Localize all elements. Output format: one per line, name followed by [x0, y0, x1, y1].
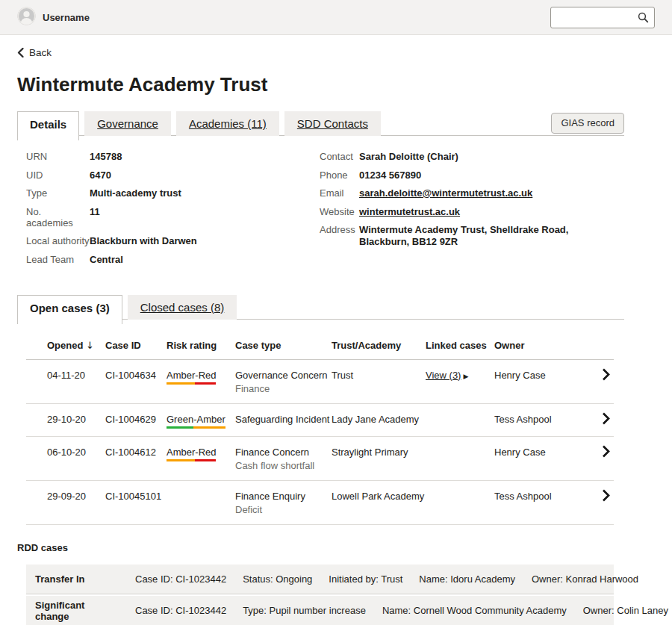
row-chevron-icon[interactable]: [582, 445, 614, 460]
triangle-right-icon[interactable]: ▶: [463, 373, 468, 380]
column-opened[interactable]: Opened ↓: [47, 340, 105, 351]
table-row[interactable]: 29-10-20 CI-1004629 Green-Amber Safeguar…: [26, 404, 614, 437]
contact-label: Contact: [320, 151, 359, 162]
page-title: Wintermute Academy Trust: [17, 73, 655, 96]
table-header-row: Opened ↓ Case ID Risk rating Case type T…: [26, 328, 614, 360]
case-type-cell: Finance Concern Cash flow shortfall: [235, 447, 332, 471]
no-academies-label: No. academies: [26, 206, 90, 228]
linked-cases-link[interactable]: View (3): [426, 370, 461, 381]
back-link[interactable]: Back: [17, 47, 52, 58]
lead-team-label: Lead Team: [26, 254, 90, 265]
trust-academy: Lowell Park Academy: [332, 491, 426, 502]
back-label: Back: [29, 47, 52, 58]
uid-value: 6470: [90, 170, 111, 181]
row-chevron-icon[interactable]: [582, 412, 614, 427]
risk-segment: Amber: [167, 370, 195, 385]
column-case-id: Case ID: [105, 340, 167, 351]
avatar-icon: [17, 7, 36, 28]
details-right-column: ContactSarah Deloitte (Chair) Phone01234…: [320, 151, 655, 272]
tab-closed-cases[interactable]: Closed cases (8): [128, 295, 237, 320]
rdd-case-row[interactable]: Transfer In Case ID: CI-1023442 Status: …: [26, 565, 614, 594]
case-type-cell: Safeguarding Incident: [235, 414, 332, 425]
rdd-cases-list: Transfer In Case ID: CI-1023442 Status: …: [26, 565, 614, 625]
rdd-case-owner: Owner: Colin Laney: [583, 605, 668, 616]
row-chevron-icon[interactable]: [582, 368, 614, 383]
rdd-cases-heading: RDD cases: [17, 542, 655, 553]
uid-label: UID: [26, 170, 90, 181]
case-id: CI-1004629: [105, 414, 167, 425]
open-cases-table: Opened ↓ Case ID Risk rating Case type T…: [26, 328, 614, 525]
search-icon[interactable]: [638, 12, 649, 26]
rdd-case-name: Name: Cornell Wood Community Academy: [382, 605, 567, 616]
rdd-case-row[interactable]: Significant change Case ID: CI-1023442 T…: [26, 596, 614, 625]
row-chevron-icon[interactable]: [582, 489, 614, 504]
rdd-case-title: Significant change: [35, 600, 119, 622]
risk-segment: Amber: [167, 447, 195, 461]
urn-label: URN: [26, 151, 90, 162]
rdd-case-type: Type: Pupil number increase: [243, 605, 366, 616]
table-row[interactable]: 29-09-20 CI-10045101 Finance Enquiry Def…: [26, 481, 614, 525]
local-authority-label: Local authority: [26, 235, 90, 246]
case-id: CI-1004612: [105, 447, 167, 458]
case-opened: 29-09-20: [47, 491, 105, 502]
urn-value: 145788: [90, 151, 122, 162]
address-value: Wintermute Academy Trust, Shelldrake Roa…: [359, 224, 583, 248]
tab-details[interactable]: Details: [17, 111, 79, 140]
sort-descending-icon: ↓: [86, 340, 94, 351]
case-type: Safeguarding Incident: [235, 414, 332, 425]
risk-segment: -Amber: [193, 414, 225, 429]
case-type: Finance Enquiry: [235, 491, 332, 502]
phone-value: 01234 567890: [359, 170, 421, 181]
username-label: Username: [43, 12, 90, 23]
details-left-column: URN145788 UID6470 TypeMulti-academy trus…: [26, 151, 320, 272]
email-label: Email: [320, 187, 359, 199]
website-label: Website: [320, 206, 359, 217]
rdd-case-title: Transfer In: [35, 573, 119, 585]
risk-segment: -Red: [195, 370, 216, 385]
email-link[interactable]: sarah.deloitte@wintermutetrust.ac.uk: [359, 187, 532, 199]
website-link[interactable]: wintermutetrust.ac.uk: [359, 206, 460, 217]
case-owner: Tess Ashpool: [494, 491, 582, 502]
main-tab-bar: Details Governance Academies (11) SDD Co…: [17, 111, 624, 136]
rdd-case-initiated-by: Initiated by: Trust: [329, 573, 402, 585]
table-row[interactable]: 06-10-20 CI-1004612 Amber-Red Finance Co…: [26, 437, 614, 481]
case-subtype: Finance: [235, 383, 332, 394]
case-id: CI-1004634: [105, 370, 167, 381]
case-opened: 04-11-20: [47, 370, 105, 381]
case-type-cell: Governance Concern Finance: [235, 370, 332, 394]
trust-academy: Lady Jane Academy: [332, 414, 426, 425]
case-opened: 29-10-20: [47, 414, 105, 425]
case-owner: Tess Ashpool: [494, 414, 582, 425]
no-academies-value: 11: [90, 206, 100, 228]
risk-rating-badge: Amber-Red: [167, 447, 235, 458]
linked-cases-cell: View (3)▶: [426, 370, 494, 382]
case-type-cell: Finance Enquiry Deficit: [235, 491, 332, 515]
gias-record-button[interactable]: GIAS record: [551, 113, 624, 134]
type-label: Type: [26, 187, 90, 199]
user-menu[interactable]: Username: [17, 7, 90, 28]
tab-governance[interactable]: Governance: [84, 111, 171, 136]
risk-rating-badge: Green-Amber: [167, 414, 235, 425]
tab-academies[interactable]: Academies (11): [176, 111, 279, 136]
top-bar: Username: [0, 0, 672, 35]
column-risk-rating: Risk rating: [167, 340, 235, 351]
tab-sdd-contacts[interactable]: SDD Contacts: [284, 111, 381, 136]
case-owner: Henry Case: [494, 447, 582, 458]
risk-segment: -Red: [195, 447, 216, 461]
search: [550, 7, 655, 28]
rdd-case-id: Case ID: CI-1023442: [135, 573, 226, 585]
tab-open-cases[interactable]: Open cases (3): [17, 295, 122, 324]
table-row[interactable]: 04-11-20 CI-1004634 Amber-Red Governance…: [26, 360, 614, 404]
column-owner: Owner: [494, 340, 582, 351]
address-label: Address: [320, 224, 359, 248]
case-subtype: Cash flow shortfall: [235, 460, 332, 471]
details-panel: URN145788 UID6470 TypeMulti-academy trus…: [26, 151, 655, 272]
type-value: Multi-academy trust: [90, 187, 181, 199]
back-chevron-icon: [17, 48, 24, 57]
trust-academy: Straylight Primary: [332, 447, 426, 458]
local-authority-value: Blackburn with Darwen: [90, 235, 197, 246]
case-type: Finance Concern: [235, 447, 332, 458]
case-id: CI-10045101: [105, 491, 167, 502]
column-trust-academy: Trust/Academy: [332, 340, 426, 351]
column-case-type: Case type: [235, 340, 332, 351]
